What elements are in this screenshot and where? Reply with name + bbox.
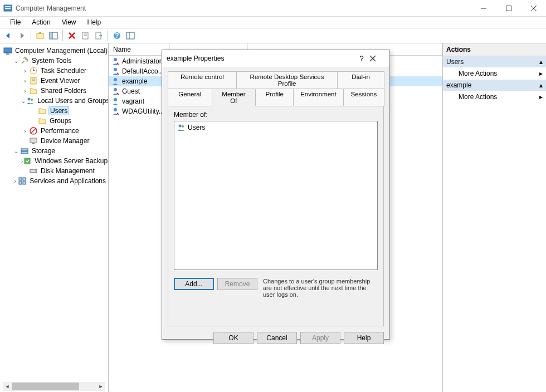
scroll-right-button[interactable]: ► bbox=[96, 382, 105, 391]
member-of-list[interactable]: Users bbox=[174, 121, 378, 270]
actions-section-example[interactable]: example ▴ bbox=[443, 80, 546, 91]
show-hide-tree-button[interactable] bbox=[47, 30, 60, 42]
action-more-actions[interactable]: More Actions ▸ bbox=[443, 91, 546, 103]
svg-rect-7 bbox=[37, 33, 43, 38]
back-button[interactable] bbox=[2, 30, 14, 42]
close-button[interactable] bbox=[521, 0, 546, 17]
apply-button[interactable]: Apply bbox=[300, 332, 340, 344]
expand-icon[interactable]: › bbox=[21, 78, 29, 84]
scrollbar-thumb[interactable] bbox=[12, 383, 79, 390]
ok-button[interactable]: OK bbox=[213, 332, 254, 344]
user-name: DefaultAcco... bbox=[122, 67, 164, 75]
tree-task-scheduler[interactable]: ›Task Scheduler bbox=[20, 66, 108, 76]
tab-member-of[interactable]: Member Of bbox=[212, 89, 256, 106]
help-button[interactable]: Help bbox=[344, 332, 384, 344]
forward-button[interactable] bbox=[16, 30, 28, 42]
user-name: vagrant bbox=[122, 97, 144, 105]
collapse-icon[interactable]: ⌄ bbox=[12, 58, 20, 64]
users-icon bbox=[26, 96, 35, 105]
menu-help[interactable]: Help bbox=[83, 17, 106, 27]
refresh-button[interactable] bbox=[124, 30, 136, 42]
tree-label: System Tools bbox=[31, 57, 72, 65]
action-more-actions[interactable]: More Actions ▸ bbox=[443, 67, 546, 80]
expand-icon[interactable]: › bbox=[21, 88, 29, 94]
tree-performance[interactable]: ›Performance bbox=[20, 126, 108, 136]
svg-point-53 bbox=[179, 125, 182, 128]
computer-icon bbox=[3, 46, 12, 55]
actions-pane: Actions Users ▴ More Actions ▸ example ▴… bbox=[443, 43, 546, 392]
tree-server-backup[interactable]: ›Windows Server Backup bbox=[20, 156, 108, 166]
collapse-icon[interactable]: ⌄ bbox=[21, 98, 26, 104]
clock-icon bbox=[29, 66, 38, 75]
user-icon bbox=[111, 87, 120, 96]
tree-shared-folders[interactable]: ›Shared Folders bbox=[20, 86, 108, 96]
device-icon bbox=[29, 136, 38, 145]
menu-action[interactable]: Action bbox=[27, 17, 55, 27]
column-name[interactable]: Name bbox=[109, 43, 170, 55]
svg-rect-2 bbox=[5, 8, 11, 9]
tab-general[interactable]: General bbox=[168, 89, 212, 106]
tree-local-users-groups[interactable]: ⌄Local Users and Groups bbox=[20, 96, 108, 106]
tree-disk-management[interactable]: Disk Management bbox=[20, 166, 108, 176]
svg-rect-35 bbox=[32, 143, 35, 144]
tree-storage[interactable]: ⌄Storage bbox=[11, 146, 108, 156]
minimize-button[interactable] bbox=[471, 0, 496, 17]
menu-view[interactable]: View bbox=[57, 17, 81, 27]
user-name: Guest bbox=[122, 87, 140, 95]
tree-label: Computer Management (Local) bbox=[14, 47, 109, 55]
remove-button[interactable]: Remove bbox=[217, 278, 257, 290]
export-button[interactable] bbox=[92, 30, 105, 42]
collapse-icon[interactable]: ⌄ bbox=[12, 148, 20, 154]
tree-label: Local Users and Groups bbox=[36, 97, 109, 105]
member-name: Users bbox=[188, 124, 205, 131]
tree-device-manager[interactable]: Device Manager bbox=[20, 136, 108, 146]
dialog-help-button[interactable]: ? bbox=[354, 54, 369, 63]
user-icon bbox=[111, 57, 120, 66]
expand-icon[interactable]: › bbox=[21, 68, 29, 74]
dialog-close-button[interactable] bbox=[369, 55, 385, 62]
svg-point-31 bbox=[31, 99, 33, 101]
svg-point-48 bbox=[114, 88, 117, 91]
svg-rect-34 bbox=[30, 138, 37, 143]
scroll-left-button[interactable]: ◄ bbox=[3, 382, 12, 391]
up-button[interactable] bbox=[34, 30, 46, 42]
membership-hint: Changes to a user's group membership are… bbox=[263, 278, 378, 298]
tab-sessions[interactable]: Sessions bbox=[343, 89, 384, 106]
svg-line-33 bbox=[31, 128, 36, 134]
tree-label: Event Viewer bbox=[40, 77, 81, 85]
tree-label: Shared Folders bbox=[40, 87, 87, 95]
delete-button[interactable] bbox=[66, 30, 78, 42]
toolbar-separator bbox=[62, 30, 63, 41]
properties-button[interactable] bbox=[79, 30, 91, 42]
dialog-title: example Properties bbox=[167, 55, 354, 62]
tab-dialin[interactable]: Dial-in bbox=[337, 71, 384, 89]
tree-root[interactable]: Computer Management (Local) bbox=[2, 46, 108, 56]
svg-rect-10 bbox=[50, 33, 52, 38]
member-item[interactable]: Users bbox=[176, 122, 376, 133]
tab-remote-control[interactable]: Remote control bbox=[168, 71, 237, 89]
tree-horizontal-scrollbar[interactable]: ◄ ► bbox=[3, 382, 105, 391]
tab-rds-profile[interactable]: Remote Desktop Services Profile bbox=[236, 71, 338, 89]
expand-icon[interactable]: › bbox=[12, 178, 18, 184]
tab-environment[interactable]: Environment bbox=[293, 89, 344, 106]
maximize-button[interactable] bbox=[496, 0, 521, 17]
svg-rect-44 bbox=[23, 182, 26, 184]
toolbar-separator bbox=[108, 30, 108, 41]
tree-services-apps[interactable]: ›Services and Applications bbox=[11, 176, 108, 186]
window-controls bbox=[471, 0, 546, 17]
tree-system-tools[interactable]: ⌄ System Tools bbox=[11, 56, 108, 66]
help-button[interactable]: ? bbox=[111, 30, 123, 42]
tree-users[interactable]: Users bbox=[29, 106, 108, 116]
tree-groups[interactable]: Groups bbox=[29, 116, 108, 126]
tree-label: Device Manager bbox=[40, 137, 90, 145]
tree: Computer Management (Local) ⌄ System Too… bbox=[0, 45, 108, 186]
folder-icon bbox=[38, 106, 47, 115]
expand-icon[interactable]: › bbox=[21, 128, 29, 134]
menu-file[interactable]: File bbox=[6, 17, 25, 27]
actions-section-users[interactable]: Users ▴ bbox=[443, 56, 546, 67]
tree-event-viewer[interactable]: ›Event Viewer bbox=[20, 76, 108, 86]
add-button[interactable]: Add... bbox=[174, 278, 214, 290]
svg-point-54 bbox=[182, 125, 184, 128]
tab-profile[interactable]: Profile bbox=[255, 89, 294, 106]
cancel-button[interactable]: Cancel bbox=[257, 332, 297, 344]
